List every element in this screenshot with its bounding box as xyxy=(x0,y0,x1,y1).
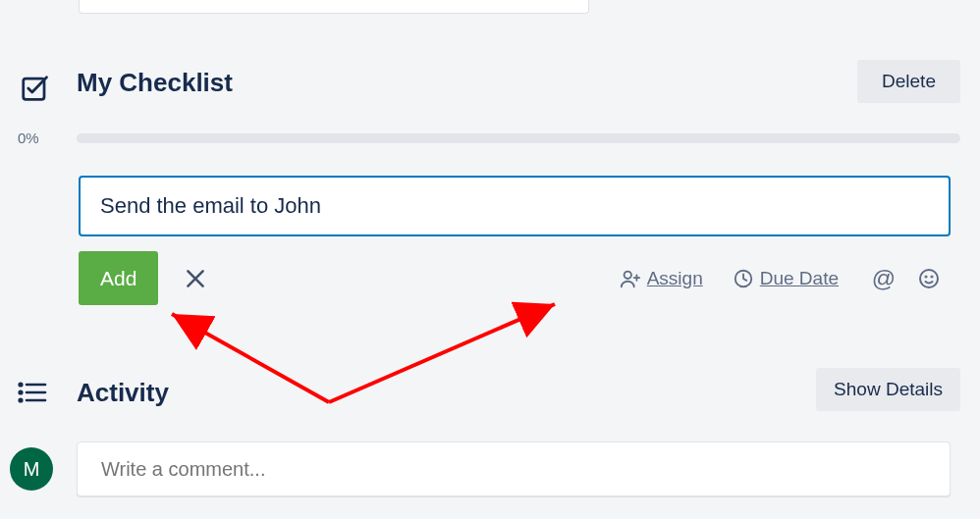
emoji-icon xyxy=(917,267,941,290)
checkbox-icon xyxy=(20,74,49,107)
checklist-item-actions: Add Assign Due Date @ xyxy=(79,251,951,305)
svg-point-8 xyxy=(20,399,23,402)
svg-point-1 xyxy=(624,271,630,278)
activity-icon xyxy=(18,381,47,408)
comment-input[interactable] xyxy=(99,457,928,482)
checklist-progress-bar xyxy=(77,133,960,143)
checklist-title[interactable]: My Checklist xyxy=(77,68,233,98)
svg-point-6 xyxy=(20,384,23,387)
assign-member-button[interactable]: Assign xyxy=(620,268,703,289)
svg-point-4 xyxy=(925,276,926,277)
cancel-item-button[interactable] xyxy=(170,253,221,304)
close-icon xyxy=(183,266,208,291)
svg-point-5 xyxy=(931,276,932,277)
activity-title: Activity xyxy=(77,378,169,408)
due-date-label: Due Date xyxy=(760,268,839,289)
person-add-icon xyxy=(620,268,641,289)
assign-label: Assign xyxy=(647,268,703,289)
svg-line-10 xyxy=(329,304,555,402)
svg-point-3 xyxy=(920,270,938,287)
add-item-button[interactable]: Add xyxy=(79,251,158,305)
checklist-progress-percent: 0% xyxy=(18,130,39,146)
delete-checklist-button[interactable]: Delete xyxy=(857,60,960,103)
emoji-button[interactable] xyxy=(913,263,945,294)
avatar-initial: M xyxy=(24,458,40,481)
user-avatar[interactable]: M xyxy=(10,447,53,491)
svg-line-9 xyxy=(172,314,329,402)
checklist-item-input[interactable] xyxy=(98,192,931,220)
due-date-button[interactable]: Due Date xyxy=(733,268,839,289)
show-details-button[interactable]: Show Details xyxy=(816,368,960,411)
comment-box[interactable] xyxy=(77,441,951,496)
clock-icon xyxy=(733,268,754,289)
checklist-item-input-wrap[interactable] xyxy=(79,176,951,236)
previous-section-hint xyxy=(79,0,589,14)
mention-button[interactable]: @ xyxy=(868,263,899,294)
svg-point-7 xyxy=(20,391,23,394)
